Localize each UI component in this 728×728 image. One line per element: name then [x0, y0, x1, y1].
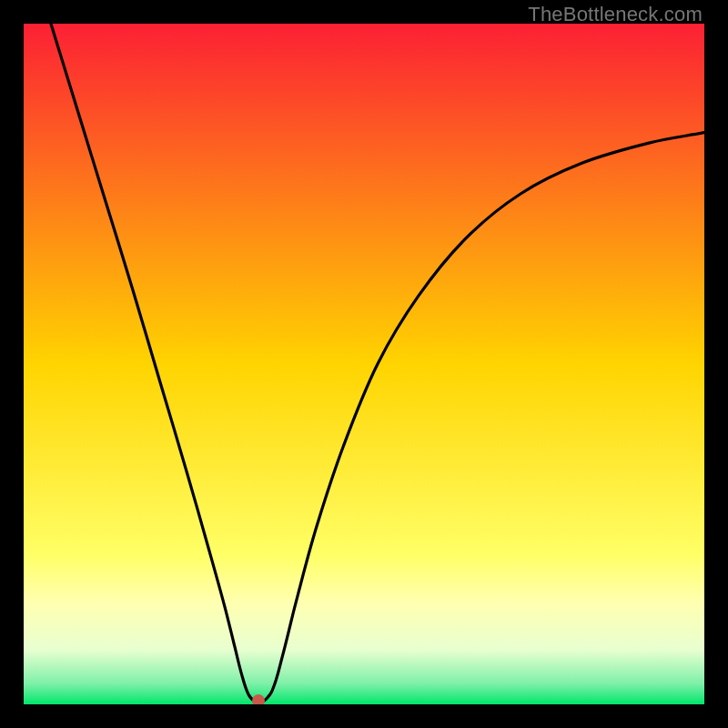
chart-frame	[24, 24, 704, 704]
chart-svg	[24, 24, 704, 704]
minimum-marker	[252, 694, 265, 705]
gradient-background	[24, 24, 704, 704]
watermark-text: TheBottleneck.com	[528, 3, 703, 26]
